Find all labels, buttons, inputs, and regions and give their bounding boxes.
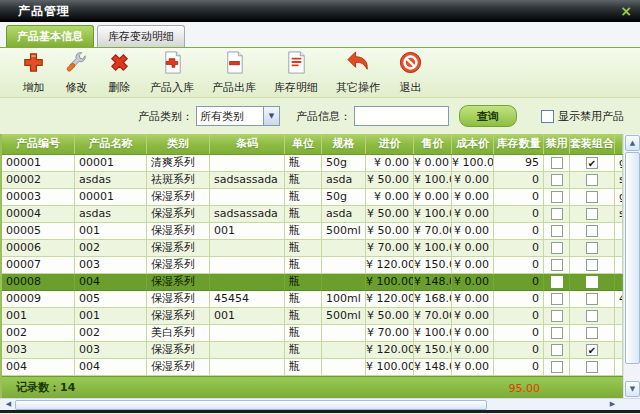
query-button[interactable]: 查询 — [459, 105, 517, 127]
scroll-down-icon[interactable]: ▼ — [625, 381, 640, 397]
column-header-code[interactable]: 产品编号 — [2, 134, 75, 154]
horizontal-scrollbar[interactable]: ◀ ▶ — [0, 398, 640, 410]
combo-checkbox[interactable] — [586, 259, 598, 271]
product-grid: 产品编号产品名称类别条码单位规格进价售价成本价库存数量禁用套装组合 000010… — [0, 134, 623, 398]
disabled-checkbox[interactable] — [551, 157, 563, 169]
column-header-unit[interactable]: 单位 — [285, 134, 322, 154]
disabled-checkbox[interactable] — [551, 310, 563, 322]
add-button[interactable]: 增加 — [12, 48, 55, 97]
table-row[interactable]: 00008004保湿系列瓶¥ 100.00¥ 148.0¥ 0.000 — [2, 274, 623, 291]
column-header-stock[interactable]: 库存数量 — [494, 134, 544, 154]
combo-checkbox[interactable] — [586, 327, 598, 339]
cell-code: 002 — [2, 325, 75, 342]
disabled-checkbox[interactable] — [551, 344, 563, 356]
disabled-checkbox[interactable] — [551, 225, 563, 237]
close-icon[interactable]: × — [620, 4, 632, 18]
cell-barcode — [210, 359, 285, 376]
cell-sale: ¥ 0.00 — [414, 189, 452, 206]
combo-checkbox[interactable] — [586, 191, 598, 203]
column-header-extra[interactable] — [615, 134, 623, 154]
combo-checkbox[interactable] — [586, 174, 598, 186]
product-inbound-button[interactable]: 产品入库 — [141, 48, 203, 97]
cell-category: 保湿系列 — [147, 223, 210, 240]
product-info-input[interactable] — [354, 106, 449, 126]
combo-checkbox[interactable] — [586, 310, 598, 322]
cell-unit: 瓶 — [285, 223, 322, 240]
delete-button[interactable]: 删除 — [98, 48, 141, 97]
table-row[interactable]: 002002美白系列瓶¥ 70.00¥ 100.0¥ 0.000 — [2, 325, 623, 342]
product-outbound-button[interactable]: 产品出库 — [203, 48, 265, 97]
table-row[interactable]: 004004保湿系列瓶¥ 100.00¥ 148.0¥ 0.000 — [2, 359, 623, 376]
table-row[interactable]: 003003保湿系列瓶¥ 120.00¥ 150.0¥ 0.000✔ — [2, 342, 623, 359]
column-header-barcode[interactable]: 条码 — [210, 134, 285, 154]
table-row[interactable]: 00002asdas祛斑系列sadsassada瓶asda¥ 50.00¥ 10… — [2, 172, 623, 189]
tab-product-basic-info[interactable]: 产品基本信息 — [6, 25, 94, 47]
table-row[interactable]: 00009005保湿系列45454瓶100ml¥ 120.00¥ 168.0¥ … — [2, 291, 623, 308]
disabled-checkbox[interactable] — [551, 276, 563, 288]
combo-checkbox[interactable]: ✔ — [586, 157, 598, 169]
show-disabled-checkbox[interactable] — [541, 110, 554, 123]
combo-checkbox[interactable] — [586, 208, 598, 220]
table-row[interactable]: 0000300001保湿系列瓶50g¥ 0.00¥ 0.00¥ 0.000g — [2, 189, 623, 206]
category-select[interactable]: 所有类别 ▼ — [196, 106, 280, 126]
vertical-scroll-thumb[interactable] — [625, 152, 640, 364]
table-row[interactable]: 00004asdas保湿系列sadsassada瓶asda¥ 50.00¥ 10… — [2, 206, 623, 223]
disabled-checkbox[interactable] — [551, 174, 563, 186]
combo-checkbox[interactable] — [586, 242, 598, 254]
table-row[interactable]: 00006002保湿系列瓶¥ 70.00¥ 100.0¥ 0.000 — [2, 240, 623, 257]
disabled-checkbox[interactable] — [551, 293, 563, 305]
column-header-disabled[interactable]: 禁用 — [544, 134, 570, 154]
cell-code: 00004 — [2, 206, 75, 223]
window-title: 产品管理 — [0, 3, 70, 20]
combo-checkbox[interactable] — [586, 225, 598, 237]
table-row[interactable]: 001001保湿系列001瓶500ml¥ 50.00¥ 70.00¥ 0.000 — [2, 308, 623, 325]
cell-spec — [322, 274, 366, 291]
disabled-checkbox[interactable] — [551, 242, 563, 254]
horizontal-scroll-thumb[interactable] — [15, 400, 487, 410]
combo-checkbox[interactable] — [586, 293, 598, 305]
cell-code: 00008 — [2, 274, 75, 291]
cell-extra: 4 — [615, 291, 623, 308]
cell-cost: ¥ 0.00 — [452, 325, 494, 342]
combo-checkbox[interactable] — [586, 276, 598, 288]
column-header-category[interactable]: 类别 — [147, 134, 210, 154]
column-header-combo[interactable]: 套装组合 — [570, 134, 615, 154]
column-header-name[interactable]: 产品名称 — [75, 134, 147, 154]
column-header-cost[interactable]: 成本价 — [452, 134, 494, 154]
combo-checkbox[interactable]: ✔ — [586, 344, 598, 356]
scroll-right-icon[interactable]: ▶ — [606, 399, 619, 410]
cell-name: 004 — [75, 274, 147, 291]
other-operations-button[interactable]: 其它操作 — [327, 48, 389, 97]
cell-combo — [570, 206, 615, 223]
table-row[interactable]: 0000100001清爽系列瓶50g¥ 0.00¥ 0.00¥ 100.0095… — [2, 155, 623, 172]
cell-barcode: sadsassada — [210, 172, 285, 189]
disabled-checkbox[interactable] — [551, 361, 563, 373]
tab-stock-movement-detail[interactable]: 库存变动明细 — [97, 25, 185, 47]
cell-unit: 瓶 — [285, 325, 322, 342]
table-row[interactable]: 00005001保湿系列001瓶500ml¥ 50.00¥ 70.00¥ 0.0… — [2, 223, 623, 240]
cell-unit: 瓶 — [285, 308, 322, 325]
disabled-checkbox[interactable] — [551, 208, 563, 220]
cell-purchase: ¥ 70.00 — [366, 240, 414, 257]
column-header-purchase[interactable]: 进价 — [366, 134, 414, 154]
cell-category: 保湿系列 — [147, 308, 210, 325]
column-header-sale[interactable]: 售价 — [414, 134, 452, 154]
doc-minus-icon — [222, 50, 247, 79]
combo-checkbox[interactable] — [586, 361, 598, 373]
chevron-down-icon[interactable]: ▼ — [263, 107, 279, 125]
exit-button[interactable]: 退出 — [389, 48, 432, 97]
scroll-left-icon[interactable]: ◀ — [2, 399, 15, 410]
disabled-checkbox[interactable] — [551, 191, 563, 203]
scroll-up-icon[interactable]: ▲ — [625, 135, 640, 151]
cell-combo — [570, 172, 615, 189]
column-header-spec[interactable]: 规格 — [322, 134, 366, 154]
stock-detail-button[interactable]: 库存明细 — [265, 48, 327, 97]
show-disabled-toggle[interactable]: 显示禁用产品 — [541, 109, 624, 124]
disabled-checkbox[interactable] — [551, 259, 563, 271]
cell-code: 004 — [2, 359, 75, 376]
table-row[interactable]: 00007003保湿系列瓶¥ 120.00¥ 150.0¥ 0.000 — [2, 257, 623, 274]
cell-disabled — [544, 172, 570, 189]
modify-button[interactable]: 修改 — [55, 48, 98, 97]
disabled-checkbox[interactable] — [551, 327, 563, 339]
vertical-scrollbar[interactable]: ▲ ▼ — [623, 134, 640, 398]
